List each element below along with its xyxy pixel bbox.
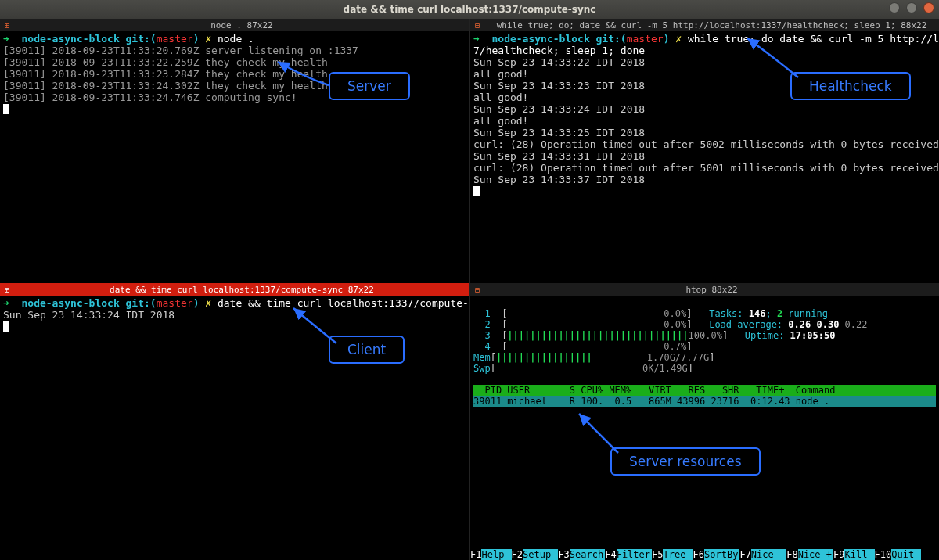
close-button[interactable] [923,2,934,13]
tab-title: while true; do; date && curl -m 5 http:/… [484,20,939,31]
window-controls [889,2,934,13]
terminal-output-client[interactable]: ➜ node-async-block git:(master) ✗ date &… [0,296,470,334]
tab-icon: ⊞ [2,285,13,294]
tab-icon: ⊞ [472,285,483,294]
cursor [3,321,9,332]
pane-tab-healthcheck[interactable]: ⊞ while true; do; date && curl -m 5 http… [470,19,939,31]
terminal-output-server[interactable]: ➜ node-async-block git:(master) ✗ node .… [0,31,470,117]
pane-tab-client[interactable]: ⊞ date && time curl localhost:1337/compu… [0,283,470,296]
tab-title: date && time curl localhost:1337/compute… [14,285,470,295]
pane-tab-htop[interactable]: ⊞ htop 88x22 [470,283,939,296]
window-titlebar: date && time curl localhost:1337/compute… [0,0,939,19]
pane-htop[interactable]: ⊞ htop 88x22 1 [0.0%] Tasks: 146; 2 runn… [470,283,939,560]
htop-output[interactable]: 1 [0.0%] Tasks: 146; 2 running 2 [0.0%] … [470,296,939,430]
htop-fkeys[interactable]: F1Help F2Setup F3SearchF4FilterF5Tree F6… [470,549,939,560]
tab-icon: ⊞ [2,21,13,30]
pane-healthcheck[interactable]: ⊞ while true; do; date && curl -m 5 http… [470,19,939,283]
maximize-button[interactable] [906,2,917,13]
terminal-output-healthcheck[interactable]: ➜ node-async-block git:(master) ✗ while … [470,31,939,199]
tab-title: node . 87x22 [14,20,470,31]
pane-server[interactable]: ⊞ node . 87x22 ➜ node-async-block git:(m… [0,19,470,283]
htop-process-row[interactable]: 39011 michael R 100. 0.5 865M 43996 2371… [473,396,936,407]
htop-header: PID USER S CPU% MEM% VIRT RES SHR TIME+ … [473,385,936,396]
pane-client[interactable]: ⊞ date && time curl localhost:1337/compu… [0,283,470,560]
pane-tab-server[interactable]: ⊞ node . 87x22 [0,19,470,31]
tab-title: htop 88x22 [484,285,939,295]
tab-icon: ⊞ [472,21,483,30]
minimize-button[interactable] [889,2,900,13]
cursor [473,186,480,196]
cursor [3,104,9,114]
window-title: date && time curl localhost:1337/compute… [344,4,596,15]
